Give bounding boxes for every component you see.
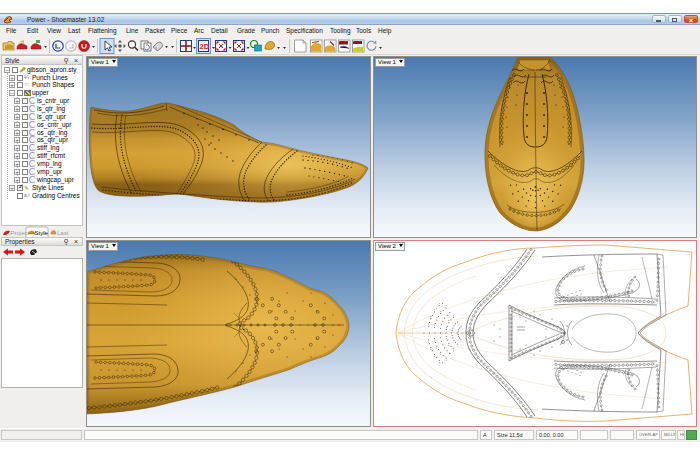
svg-text:Project: Project — [11, 230, 30, 236]
svg-text:2D: 2D — [200, 42, 210, 51]
svg-text:Last: Last — [57, 230, 69, 236]
svg-text:Style: Style — [35, 230, 49, 236]
